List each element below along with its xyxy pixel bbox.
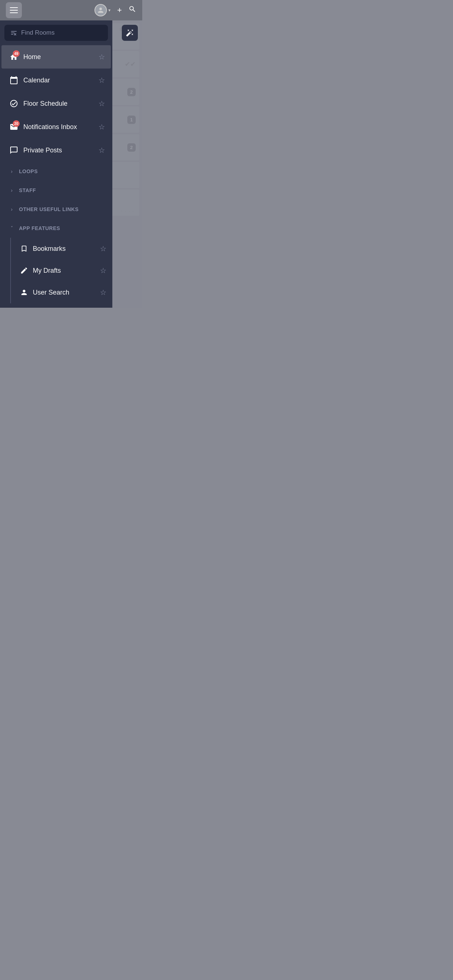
nav-item-user-search[interactable]: User Search ☆ bbox=[13, 282, 112, 303]
home-icon-wrap: 49 bbox=[7, 50, 21, 64]
private-posts-star-icon[interactable]: ☆ bbox=[99, 146, 105, 154]
find-rooms-icon bbox=[10, 29, 18, 37]
notifications-inbox-label: Notifications Inbox bbox=[23, 123, 99, 131]
navigation-drawer: Find Rooms 49 Home ☆ Calendar ☆ Floor Sc… bbox=[0, 21, 112, 308]
staff-label: STAFF bbox=[19, 188, 36, 193]
user-search-icon-wrap bbox=[18, 286, 30, 298]
calendar-label: Calendar bbox=[23, 76, 99, 84]
find-rooms-placeholder: Find Rooms bbox=[21, 29, 55, 37]
search-button[interactable] bbox=[128, 5, 136, 15]
calendar-star-icon[interactable]: ☆ bbox=[99, 76, 105, 84]
floor-schedule-icon bbox=[10, 99, 18, 108]
my-drafts-icon bbox=[20, 267, 28, 275]
home-star-icon[interactable]: ☆ bbox=[99, 52, 105, 61]
user-search-label: User Search bbox=[33, 289, 100, 296]
search-icon bbox=[128, 5, 136, 13]
section-other-useful-links[interactable]: › OTHER USEFUL LINKS bbox=[2, 200, 111, 219]
bookmarks-icon-wrap bbox=[18, 243, 30, 255]
top-bar-right: ▾ + bbox=[94, 4, 136, 16]
profile-button[interactable]: ▾ bbox=[94, 4, 110, 16]
profile-chevron-icon: ▾ bbox=[108, 8, 110, 13]
app-features-expanded: Bookmarks ☆ My Drafts ☆ User Search ☆ bbox=[10, 238, 112, 303]
floor-schedule-star-icon[interactable]: ☆ bbox=[99, 99, 105, 108]
right-overlay bbox=[112, 21, 142, 308]
other-links-label: OTHER USEFUL LINKS bbox=[19, 206, 79, 212]
wand-icon bbox=[126, 29, 134, 37]
loops-label: LOOPS bbox=[19, 169, 38, 174]
user-search-star-icon[interactable]: ☆ bbox=[100, 288, 107, 297]
nav-item-notifications-inbox[interactable]: 20 Notifications Inbox ☆ bbox=[2, 115, 111, 138]
nav-item-private-posts[interactable]: Private Posts ☆ bbox=[2, 138, 111, 162]
nav-item-home[interactable]: 49 Home ☆ bbox=[2, 45, 111, 68]
notifications-badge: 20 bbox=[13, 120, 20, 127]
find-rooms-icon-wrap bbox=[10, 29, 18, 37]
floor-schedule-icon-wrap bbox=[7, 97, 21, 110]
floor-schedule-label: Floor Schedule bbox=[23, 100, 99, 108]
loops-chevron-icon: › bbox=[7, 167, 16, 176]
staff-chevron-icon: › bbox=[7, 186, 16, 195]
other-links-chevron-icon: › bbox=[7, 205, 16, 214]
my-drafts-star-icon[interactable]: ☆ bbox=[100, 266, 107, 275]
user-icon bbox=[97, 7, 104, 13]
notifications-inbox-icon-wrap: 20 bbox=[7, 120, 21, 134]
wand-button[interactable] bbox=[122, 25, 138, 41]
profile-avatar bbox=[94, 4, 107, 16]
calendar-icon bbox=[10, 76, 18, 84]
calendar-icon-wrap bbox=[7, 74, 21, 87]
nav-item-my-drafts[interactable]: My Drafts ☆ bbox=[13, 259, 112, 282]
section-app-features[interactable]: ˅ APP FEATURES bbox=[2, 219, 111, 238]
bookmarks-icon bbox=[20, 245, 28, 253]
my-drafts-icon-wrap bbox=[18, 265, 30, 276]
user-search-icon bbox=[20, 288, 28, 296]
private-posts-icon bbox=[10, 146, 18, 154]
hamburger-button[interactable] bbox=[6, 2, 22, 18]
section-loops[interactable]: › LOOPS bbox=[2, 162, 111, 181]
section-yapmo-tools[interactable]: › YAPMO TOOLS bbox=[2, 303, 111, 308]
home-badge: 49 bbox=[13, 50, 20, 57]
find-rooms-search[interactable]: Find Rooms bbox=[4, 25, 108, 41]
bookmarks-label: Bookmarks bbox=[33, 245, 100, 253]
top-bar-left bbox=[6, 2, 22, 18]
section-staff[interactable]: › STAFF bbox=[2, 181, 111, 200]
my-drafts-label: My Drafts bbox=[33, 267, 100, 275]
private-posts-label: Private Posts bbox=[23, 146, 99, 154]
app-features-chevron-icon: ˅ bbox=[7, 224, 16, 232]
app-features-label: APP FEATURES bbox=[19, 225, 60, 231]
bookmarks-star-icon[interactable]: ☆ bbox=[100, 244, 107, 253]
nav-item-floor-schedule[interactable]: Floor Schedule ☆ bbox=[2, 92, 111, 115]
top-bar: ▾ + bbox=[0, 0, 142, 21]
home-label: Home bbox=[23, 53, 99, 61]
add-button[interactable]: + bbox=[117, 5, 122, 15]
private-posts-icon-wrap bbox=[7, 144, 21, 157]
nav-item-bookmarks[interactable]: Bookmarks ☆ bbox=[13, 238, 112, 259]
notifications-inbox-star-icon[interactable]: ☆ bbox=[99, 123, 105, 131]
nav-item-calendar[interactable]: Calendar ☆ bbox=[2, 68, 111, 92]
